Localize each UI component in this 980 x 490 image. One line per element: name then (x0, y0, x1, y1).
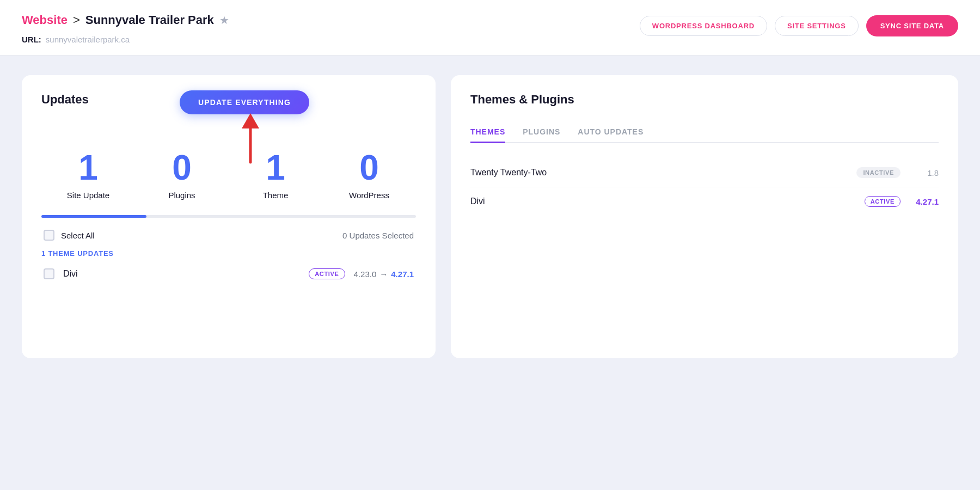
tab-auto-updates[interactable]: AUTO UPDATES (578, 122, 644, 143)
wordpress-dashboard-button[interactable]: WORDPRESS DASHBOARD (640, 16, 767, 36)
divi-update-name: Divi (63, 269, 300, 279)
stat-plugins-number: 0 (135, 150, 229, 185)
updates-panel: Updates UPDATE EVERYTHING 1 Site Update … (22, 75, 436, 358)
progress-bar-track (41, 215, 416, 218)
update-item-divi: Divi ACTIVE 4.23.0 → 4.27.1 (41, 265, 416, 283)
select-all-label[interactable]: Select All (61, 231, 95, 240)
select-all-left: Select All (44, 230, 95, 241)
stat-wordpress-label: WordPress (322, 191, 416, 200)
divi-active-badge: ACTIVE (309, 268, 345, 279)
stat-theme-label: Theme (229, 191, 322, 200)
stat-site-update-label: Site Update (41, 191, 135, 200)
stat-site-update: 1 Site Update (41, 150, 135, 200)
stat-plugins: 0 Plugins (135, 150, 229, 200)
progress-bar-fill (41, 215, 146, 218)
header-right: WORDPRESS DASHBOARD SITE SETTINGS SYNC S… (640, 15, 958, 36)
theme-row-twentytwentytwo: Twenty Twenty-Two INACTIVE 1.8 (470, 158, 939, 187)
version-arrow: → (379, 270, 388, 279)
url-row: URL: sunnyvaletrailerpark.ca (22, 35, 229, 44)
divi-version-from: 4.23.0 (354, 270, 377, 279)
breadcrumb-site-name: Sunnyvale Trailer Park (85, 13, 214, 27)
header: Website > Sunnyvale Trailer Park ★ URL: … (0, 0, 980, 56)
theme-updates-section-label: 1 THEME UPDATES (41, 249, 416, 258)
stat-wordpress: 0 WordPress (322, 150, 416, 200)
header-left: Website > Sunnyvale Trailer Park ★ URL: … (22, 13, 229, 44)
favorite-star-icon[interactable]: ★ (219, 14, 229, 27)
divi-version-to: 4.27.1 (391, 270, 414, 279)
twentytwentytwo-inactive-badge: INACTIVE (856, 167, 901, 178)
main-content: Updates UPDATE EVERYTHING 1 Site Update … (0, 56, 980, 378)
stat-wordpress-number: 0 (322, 150, 416, 185)
breadcrumb-website-link[interactable]: Website (22, 13, 68, 27)
updates-selected-count: 0 Updates Selected (342, 231, 414, 240)
themes-plugins-panel: Themes & Plugins THEMES PLUGINS AUTO UPD… (451, 75, 958, 358)
divi-update-checkbox[interactable] (44, 268, 54, 279)
twentytwentytwo-version: 1.8 (911, 168, 939, 177)
stat-theme: 1 Theme (229, 150, 322, 200)
breadcrumb-separator: > (73, 13, 80, 27)
stats-row: 1 Site Update 0 Plugins 1 Theme 0 WordPr… (41, 150, 416, 200)
select-all-row: Select All 0 Updates Selected (41, 230, 416, 241)
theme-name-divi: Divi (470, 197, 865, 206)
url-label: URL: (22, 35, 41, 44)
themes-plugins-title: Themes & Plugins (470, 93, 939, 107)
site-settings-button[interactable]: SITE SETTINGS (775, 16, 859, 36)
tabs-row: THEMES PLUGINS AUTO UPDATES (470, 122, 939, 143)
svg-marker-1 (242, 113, 259, 128)
stat-theme-number: 1 (229, 150, 322, 185)
update-everything-button[interactable]: UPDATE EVERYTHING (180, 90, 309, 114)
tab-themes[interactable]: THEMES (470, 122, 505, 143)
theme-name-twentytwentytwo: Twenty Twenty-Two (470, 168, 856, 177)
divi-version-info: 4.23.0 → 4.27.1 (354, 270, 414, 279)
divi-version-display: 4.27.1 (911, 197, 939, 206)
divi-active-badge-right: ACTIVE (865, 196, 901, 207)
stat-site-update-number: 1 (41, 150, 135, 185)
breadcrumb: Website > Sunnyvale Trailer Park ★ (22, 13, 229, 27)
sync-site-data-button[interactable]: SYNC SITE DATA (866, 15, 958, 36)
select-all-checkbox[interactable] (44, 230, 54, 241)
stat-plugins-label: Plugins (135, 191, 229, 200)
tab-plugins[interactable]: PLUGINS (523, 122, 560, 143)
theme-row-divi: Divi ACTIVE 4.27.1 (470, 187, 939, 216)
url-value: sunnyvaletrailerpark.ca (46, 35, 130, 44)
